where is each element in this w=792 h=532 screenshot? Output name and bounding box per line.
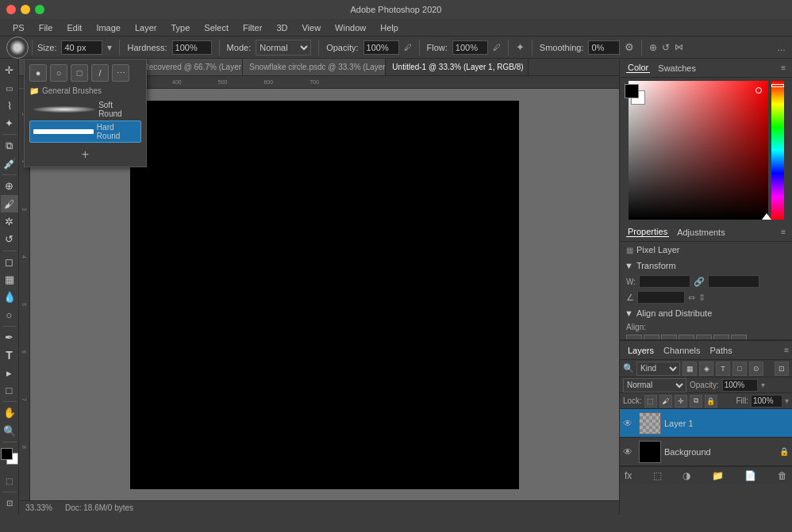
fill-dropdown-icon[interactable]: ▾ [785, 396, 789, 405]
minimize-button[interactable] [21, 5, 30, 14]
menu-type[interactable]: Type [165, 21, 197, 34]
quick-mask-tool[interactable]: ⬚ [1, 472, 18, 488]
size-input[interactable] [61, 40, 102, 55]
close-button[interactable] [6, 5, 16, 14]
color-panel-collapse-icon[interactable]: ≡ [781, 63, 786, 72]
layer-item-layer1[interactable]: 👁 Layer 1 [620, 409, 792, 438]
tab-color[interactable]: Color [626, 63, 650, 73]
menu-select[interactable]: Select [198, 21, 235, 34]
flow-input[interactable] [452, 40, 488, 55]
transform-w-input[interactable] [639, 275, 690, 288]
lasso-tool[interactable]: ⌇ [1, 98, 18, 114]
lock-image-btn[interactable]: 🖌 [659, 395, 672, 408]
filter-smart-btn[interactable]: ⊙ [749, 362, 763, 376]
lock-all-btn[interactable]: 🔒 [705, 395, 717, 408]
menu-view[interactable]: View [295, 21, 327, 34]
path-selection-tool[interactable]: ▸ [1, 365, 18, 381]
opacity-dropdown-icon[interactable]: ▾ [761, 381, 765, 389]
fg-color-swatch[interactable] [625, 84, 639, 98]
opacity-icon[interactable]: 🖊 [404, 43, 412, 52]
transform-angle-input[interactable] [637, 291, 685, 304]
maximize-button[interactable] [35, 5, 44, 14]
filter-toggle-btn[interactable]: ⊡ [775, 362, 789, 376]
hardness-input[interactable] [172, 40, 212, 55]
align-center-v-btn[interactable]: ⬛ [696, 335, 712, 340]
text-tool[interactable]: T [1, 346, 18, 363]
hue-slider[interactable] [771, 81, 784, 220]
menu-ps[interactable]: PS [6, 21, 31, 34]
opacity-layers-input[interactable] [722, 379, 758, 392]
layer-item-background[interactable]: 👁 Background 🔒 [620, 438, 792, 466]
menu-file[interactable]: File [33, 21, 60, 34]
bp-icon-square[interactable]: □ [71, 64, 88, 82]
airbrush-toggle[interactable]: ✦ [516, 41, 525, 53]
add-layer-mask-icon[interactable]: ⬚ [653, 470, 662, 481]
transform-h-input[interactable] [708, 275, 759, 288]
filter-pixel-btn[interactable]: ▦ [682, 362, 697, 376]
hand-tool[interactable]: ✋ [1, 404, 18, 421]
move-tool[interactable]: ✛ [1, 62, 18, 78]
tab-3-close[interactable]: ✕ [527, 63, 529, 71]
bp-icon-circle-outline[interactable]: ○ [50, 64, 67, 82]
gradient-tool[interactable]: ▦ [1, 271, 18, 288]
filter-type-btn[interactable]: T [716, 362, 730, 376]
smoothing-input[interactable] [588, 40, 620, 55]
lock-position-btn[interactable]: ✛ [675, 395, 687, 408]
canvas[interactable] [130, 101, 519, 489]
tab-paths[interactable]: Paths [705, 346, 737, 355]
align-top-btn[interactable]: ⬛ [679, 335, 694, 340]
blur-tool[interactable]: 💧 [1, 289, 18, 305]
tab-layers[interactable]: Layers [623, 346, 659, 355]
flip-h-btn[interactable]: ⇔ [688, 293, 695, 303]
marquee-tool[interactable]: ▭ [1, 79, 18, 96]
menu-image[interactable]: Image [90, 21, 127, 34]
foreground-color[interactable] [1, 448, 13, 460]
brush-tip-picker[interactable] [6, 36, 29, 59]
zoom-tool[interactable]: 🔍 [1, 423, 18, 439]
canvas-rotation-icon[interactable]: ↺ [662, 42, 670, 53]
menu-help[interactable]: Help [374, 21, 405, 34]
shape-tool[interactable]: □ [1, 382, 18, 399]
delete-layer-icon[interactable]: 🗑 [778, 470, 787, 481]
align-bottom-btn[interactable]: ⬛ [713, 335, 729, 340]
extra-settings-icon[interactable]: … [777, 43, 786, 52]
add-brush-button[interactable]: + [82, 147, 89, 162]
eraser-tool[interactable]: ◻ [1, 254, 18, 270]
lock-transparent-btn[interactable]: ⬚ [644, 395, 657, 408]
filter-shape-btn[interactable]: □ [732, 362, 747, 376]
crop-tool[interactable]: ⧉ [1, 137, 18, 154]
align-center-h-btn[interactable]: ⬛ [644, 335, 659, 340]
pen-tool[interactable]: ✒ [1, 329, 18, 346]
screen-mode-btn[interactable]: ⊡ [1, 495, 18, 511]
menu-window[interactable]: Window [329, 21, 372, 34]
tab-swatches[interactable]: Swatches [656, 63, 698, 73]
new-layer-icon[interactable]: 📄 [744, 470, 756, 481]
align-right-btn[interactable]: ⬛ [661, 335, 677, 340]
dodge-tool[interactable]: ○ [1, 307, 18, 323]
bp-icon-circle-solid[interactable]: ● [29, 64, 47, 82]
spot-healing-tool[interactable]: ⊕ [1, 178, 18, 194]
new-adjustment-layer-icon[interactable]: ◑ [682, 470, 690, 481]
tab-properties[interactable]: Properties [626, 227, 669, 237]
layers-panel-collapse-icon[interactable]: ≡ [784, 346, 789, 354]
menu-filter[interactable]: Filter [236, 21, 268, 34]
color-field-container[interactable] [629, 81, 784, 220]
bp-icon-dots[interactable]: ⋯ [112, 64, 129, 82]
tab-3[interactable]: Untitled-1 @ 33.3% (Layer 1, RGB/8) ✕ [386, 59, 529, 76]
menu-layer[interactable]: Layer [129, 21, 163, 34]
color-indicator[interactable] [1, 448, 18, 465]
fill-layers-input[interactable] [751, 395, 782, 408]
smoothing-settings-icon[interactable]: ⚙ [625, 41, 634, 53]
opacity-input[interactable] [363, 40, 399, 55]
transform-section[interactable]: ▼ Transform [620, 258, 792, 274]
distribute-more-btn[interactable]: ⋯ [731, 335, 747, 340]
magic-wand-tool[interactable]: ✦ [1, 115, 18, 132]
tab-channels[interactable]: Channels [659, 346, 705, 355]
lock-artboard-btn[interactable]: ⧉ [690, 395, 702, 408]
align-section[interactable]: ▼ Align and Distribute [620, 305, 792, 321]
align-left-btn[interactable]: ⬛ [626, 335, 642, 340]
blend-mode-select[interactable]: Normal [623, 378, 686, 392]
bp-icon-slash[interactable]: / [91, 64, 109, 82]
link-icon[interactable]: 🔗 [694, 277, 705, 287]
properties-panel-collapse-icon[interactable]: ≡ [781, 228, 786, 236]
